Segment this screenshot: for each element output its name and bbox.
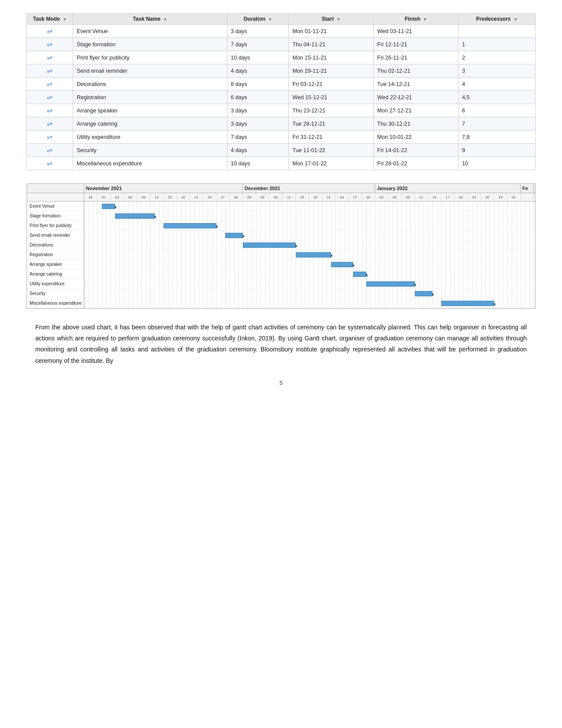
th-duration[interactable]: Duration ▼ [227, 14, 289, 25]
bar-arrow [353, 264, 355, 267]
gantt-bar-row [84, 279, 535, 289]
gantt-bar [115, 213, 155, 219]
day-cell: 05 [243, 193, 256, 201]
th-start[interactable]: Start ▼ [289, 14, 373, 25]
gantt-table: Task Mode ▼ Task Name ▼ Duration ▼ Start… [26, 13, 536, 170]
gantt-bar [102, 204, 115, 209]
gantt-bar-row [84, 299, 535, 308]
gantt-bar [441, 301, 494, 306]
pred-cell: 2 [458, 51, 536, 64]
th-predecessors[interactable]: Predecessors ▼ [458, 14, 536, 25]
duration-cell: 7 days [227, 38, 289, 51]
day-cell: 21 [190, 193, 203, 201]
day-cell: 08 [402, 193, 415, 201]
gantt-row-label: Arrange speaker [27, 260, 84, 269]
gantt-bar [296, 252, 331, 258]
gantt-bar-row [84, 221, 535, 231]
pred-cell: 9 [458, 144, 536, 157]
gantt-bar [243, 243, 296, 248]
day-cell: 03 [111, 193, 124, 201]
task-mode-cell: ⇌ [27, 64, 73, 78]
start-cell: Fri 31-12-21 [289, 131, 373, 144]
gantt-row-label: Arrange catering [27, 269, 84, 279]
table-row: ⇌Utility expenditure7 daysFri 31-12-21Mo… [27, 131, 536, 144]
day-cell: 02 [375, 193, 388, 201]
gantt-day-label-header [27, 193, 84, 201]
sort-arrow-mode[interactable]: ▼ [63, 17, 67, 22]
task-mode-cell: ⇌ [27, 117, 73, 131]
gantt-row-label: Event Venue [27, 202, 84, 211]
sort-arrow-duration[interactable]: ▼ [268, 17, 272, 22]
pred-cell: 1 [458, 38, 536, 51]
gantt-bar [415, 291, 432, 296]
gantt-row-label: Decorations [27, 240, 84, 250]
day-cell: 30 [362, 193, 375, 201]
sort-arrow-name[interactable]: ▼ [163, 17, 167, 22]
day-cell: 27 [216, 193, 230, 201]
table-row: ⇌Arrange catering3 daysTue 28-12-21Thu 3… [27, 117, 536, 131]
task-mode-cell: ⇌ [27, 157, 73, 170]
month-header-row: November 2021December 2021January 2022Fe [84, 184, 535, 193]
task-mode-cell: ⇌ [27, 25, 73, 38]
finish-cell: Mon 27-12-21 [373, 104, 458, 117]
task-name-cell: Security [73, 144, 227, 157]
day-header-row: 2831030609121518212427300506091215182124… [84, 193, 535, 201]
pred-cell: 6 [458, 104, 536, 117]
day-cell: 20 [454, 193, 468, 201]
gantt-task-labels: Event VenueStage formationPrint flyer fo… [27, 202, 84, 308]
gantt-row-label: Miscellaneous expenditure [27, 299, 84, 308]
task-name-cell: Miscellaneous expenditure [73, 157, 227, 170]
gantt-bar-row [84, 231, 535, 240]
day-cell: 15 [164, 193, 177, 201]
th-task-name[interactable]: Task Name ▼ [73, 14, 227, 25]
th-task-mode[interactable]: Task Mode ▼ [27, 14, 73, 25]
day-cell: 18 [177, 193, 190, 201]
pred-cell: 7,8 [458, 131, 536, 144]
start-cell: Tue 28-12-21 [289, 117, 373, 131]
finish-cell: Fri 28-01-22 [373, 157, 458, 170]
task-name-cell: Stage formation [73, 38, 227, 51]
duration-cell: 7 days [227, 131, 289, 144]
bar-arrow [295, 244, 298, 248]
text-section: From the above used chart, it has been o… [26, 322, 536, 366]
th-finish[interactable]: Finish ▼ [373, 14, 458, 25]
task-mode-cell: ⇌ [27, 51, 73, 64]
day-cell: 23 [468, 193, 481, 201]
start-cell: Tue 11-01-22 [289, 144, 373, 157]
start-cell: Mon 15-11-21 [289, 51, 373, 64]
start-cell: Wed 15-12-21 [289, 91, 373, 104]
table-row: ⇌Arrange speaker3 daysThu 23-12-21Mon 27… [27, 104, 536, 117]
duration-cell: 4 days [227, 144, 289, 157]
pred-cell: 10 [458, 157, 536, 170]
pred-cell [458, 25, 536, 38]
task-mode-cell: ⇌ [27, 144, 73, 157]
task-mode-cell: ⇌ [27, 38, 73, 51]
day-cell: 27 [349, 193, 362, 201]
month-cell: November 2021 [84, 184, 243, 193]
bar-arrow [154, 215, 156, 219]
day-cell: 17 [441, 193, 454, 201]
duration-cell: 3 days [227, 117, 289, 131]
task-mode-cell: ⇌ [27, 78, 73, 91]
th-finish-label: Finish [405, 16, 420, 22]
day-cell: 15 [296, 193, 309, 201]
start-cell: Thu 23-12-21 [289, 104, 373, 117]
gantt-row-label: Print flyer for publicity [27, 221, 84, 231]
day-cell: 29 [494, 193, 507, 201]
bar-arrow [216, 225, 218, 228]
duration-cell: 8 days [227, 78, 289, 91]
gantt-bar-row [84, 269, 535, 279]
day-cell: 24 [335, 193, 349, 201]
th-task-name-label: Task Name [133, 16, 160, 22]
finish-cell: Wed 03-11-21 [373, 25, 458, 38]
table-row: ⇌Decorations8 daysFri 03-12-21Tue 14-12-… [27, 78, 536, 91]
sort-arrow-pred[interactable]: ▼ [514, 17, 517, 22]
sort-arrow-finish[interactable]: ▼ [423, 17, 427, 22]
pred-cell: 4 [458, 78, 536, 91]
day-cell [521, 193, 534, 201]
finish-cell: Fri 12-11-21 [373, 38, 458, 51]
gantt-bar [331, 262, 353, 267]
sort-arrow-start[interactable]: ▼ [337, 17, 341, 22]
task-mode-cell: ⇌ [27, 131, 73, 144]
gantt-row-label: Utility expenditure [27, 279, 84, 289]
